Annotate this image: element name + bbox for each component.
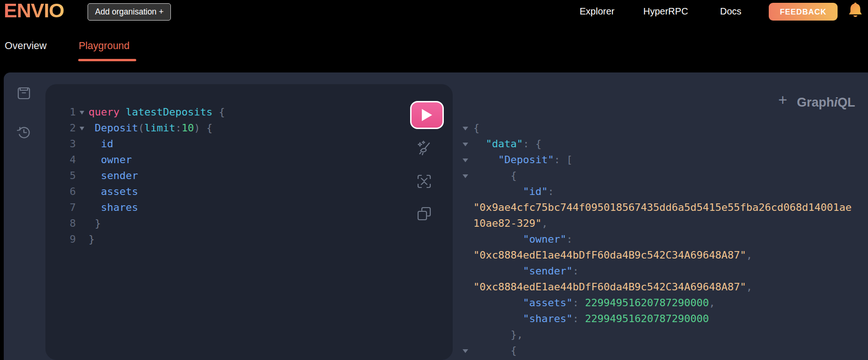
nav-link-docs[interactable]: Docs (720, 6, 742, 17)
code-token (88, 186, 101, 197)
fold-spacer (76, 152, 88, 168)
editor-code-line: 8 } (66, 216, 393, 231)
code-token: { (473, 345, 517, 356)
code-token: { (213, 106, 225, 118)
code-text: "Deposit": [ (473, 152, 573, 168)
fold-arrow-icon[interactable] (76, 120, 88, 136)
code-text: "assets": 22994951620787290000, (473, 295, 715, 311)
line-number: 2 (66, 120, 76, 136)
code-token: sender (101, 170, 138, 181)
history-icon[interactable] (16, 124, 32, 142)
code-token: assets (101, 186, 138, 197)
copy-query-icon[interactable] (417, 206, 432, 223)
code-token: : (175, 122, 181, 134)
code-token: "id" (523, 186, 548, 197)
code-text: "shares": 22994951620787290000 (473, 311, 709, 327)
code-token (473, 138, 486, 150)
code-token: "shares" (523, 313, 573, 324)
code-text: "0xc8884edE1ae44bDfF60da4B9c542C34A69648… (473, 279, 752, 295)
fold-spacer (76, 168, 88, 184)
code-token (119, 106, 125, 118)
code-token: } (88, 217, 101, 229)
editor-code-line: 6 assets (66, 184, 393, 200)
response-code-line: { (453, 120, 868, 136)
editor-code-line: 5 sender (66, 168, 393, 184)
fold-arrow-icon[interactable] (462, 136, 473, 152)
code-text: Deposit(limit:10) { (88, 120, 213, 136)
response-code-line: { (453, 343, 868, 359)
response-panel: + GraphiQL { "data": { "Deposit": [ { "i… (453, 72, 868, 360)
fold-arrow-icon[interactable] (462, 120, 473, 136)
fold-spacer (76, 216, 88, 231)
fold-arrow-icon[interactable] (462, 168, 473, 184)
code-text: } (88, 216, 101, 231)
line-number: 8 (66, 216, 76, 231)
graphiql-logo: GraphiQL (797, 95, 855, 110)
response-code-line: "data": { (453, 136, 868, 152)
code-token: , (746, 249, 752, 261)
code-text: } (88, 231, 95, 247)
code-token (88, 170, 101, 181)
fold-spacer (462, 216, 473, 231)
line-number: 6 (66, 184, 76, 200)
tab-overview[interactable]: Overview (5, 40, 47, 52)
graphiql-logo-part: Graph (797, 95, 834, 109)
code-token (88, 202, 101, 213)
fold-spacer (462, 263, 473, 279)
fold-spacer (462, 327, 473, 343)
code-token (88, 154, 101, 166)
code-token: }, (473, 329, 523, 340)
response-code-line: 10ae82-329", (453, 216, 868, 231)
code-token (473, 233, 523, 245)
code-token: "Deposit" (498, 154, 554, 166)
code-token: latestDeposits (125, 106, 212, 118)
code-token: : (566, 233, 573, 245)
code-text: id (88, 136, 113, 152)
add-organisation-button[interactable]: Add organisation + (88, 3, 171, 21)
execute-query-button[interactable] (410, 101, 444, 129)
fold-arrow-icon[interactable] (462, 343, 473, 359)
envio-logo[interactable]: ENVIO (4, 0, 64, 22)
fold-spacer (462, 184, 473, 200)
code-text: }, (473, 327, 523, 343)
code-text: shares (88, 200, 138, 216)
code-token: ( (138, 122, 144, 134)
fold-spacer (76, 231, 88, 247)
fold-arrow-icon[interactable] (76, 104, 88, 120)
fold-spacer (76, 136, 88, 152)
fold-spacer (76, 184, 88, 200)
response-code-line: "Deposit": [ (453, 152, 868, 168)
line-number: 3 (66, 136, 76, 152)
nav-link-hyperrpc[interactable]: HyperRPC (643, 6, 688, 17)
add-tab-icon[interactable]: + (775, 93, 791, 109)
editor-code-line: 7 shares (66, 200, 393, 216)
response-code-line: "assets": 22994951620787290000, (453, 295, 868, 311)
code-token: "owner" (523, 233, 566, 245)
code-token: "0xc8884edE1ae44bDfF60da4B9c542C34A69648… (473, 249, 746, 261)
play-icon (421, 108, 433, 122)
fold-arrow-icon[interactable] (462, 152, 473, 168)
docs-icon[interactable] (17, 86, 31, 102)
merge-query-icon[interactable] (417, 174, 432, 191)
query-editor-lines[interactable]: 1query latestDeposits {2 Deposit(limit:1… (66, 104, 393, 247)
tab-playground[interactable]: Playground (79, 40, 130, 52)
code-token: { (473, 170, 517, 181)
feedback-button[interactable]: FEEDBACK (769, 3, 838, 21)
code-token: { (473, 122, 479, 134)
nav-link-explorer[interactable]: Explorer (580, 6, 614, 17)
code-text: owner (88, 152, 132, 168)
editor-code-line: 4 owner (66, 152, 393, 168)
code-token (88, 138, 101, 150)
code-text: 10ae82-329", (473, 216, 548, 231)
fold-spacer (462, 279, 473, 295)
code-token: "0x9ae4cfc75bc744f095018567435dd6a5d5415… (473, 202, 852, 213)
code-text: { (473, 168, 517, 184)
fold-spacer (462, 311, 473, 327)
bell-icon[interactable] (847, 1, 864, 19)
code-text: query latestDeposits { (88, 104, 225, 120)
envio-playground-page: ENVIO Add organisation + Explorer HyperR… (0, 0, 868, 360)
fold-spacer (462, 231, 473, 247)
code-text: sender (88, 168, 138, 184)
prettify-icon[interactable] (415, 140, 432, 159)
code-token (473, 186, 523, 197)
